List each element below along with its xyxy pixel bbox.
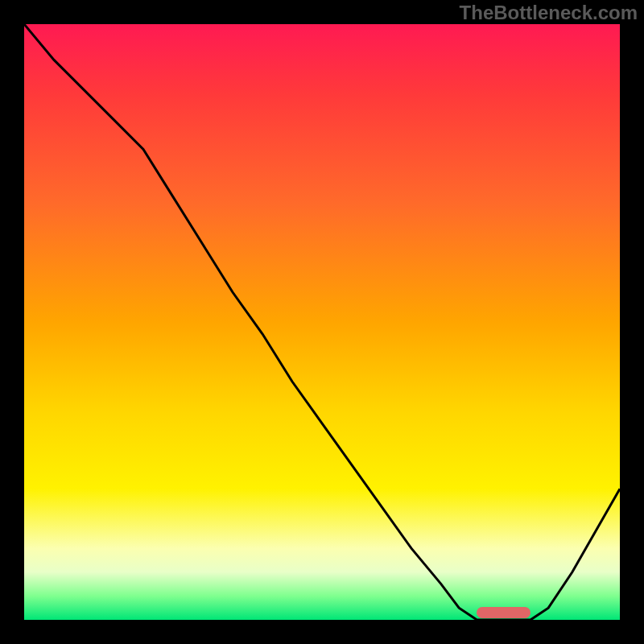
curve-path [24, 24, 620, 620]
plot-area [24, 24, 620, 620]
watermark-text: TheBottleneck.com [460, 2, 638, 24]
chart-frame: TheBottleneck.com [0, 0, 644, 644]
bottleneck-curve [24, 24, 620, 620]
